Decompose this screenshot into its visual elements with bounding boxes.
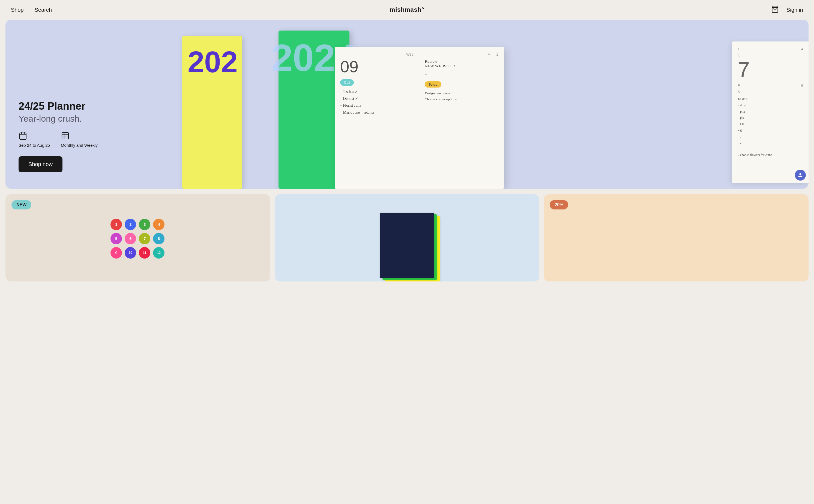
- svg-rect-5: [62, 133, 68, 139]
- meta-date-item: Sep 24 to Aug 25: [19, 131, 50, 148]
- meta-date-text: Sep 24 to Aug 25: [19, 143, 50, 148]
- notebook-stack: [377, 211, 437, 281]
- nav-right: Sign in: [771, 5, 803, 14]
- fr-num-7: 7: [738, 59, 803, 81]
- hero-subtitle: Year-long crush.: [19, 114, 98, 124]
- hero-images: 202 2024 W36 09 Call – Jessica ✓ – Denti…: [5, 20, 809, 189]
- cart-icon[interactable]: [771, 5, 779, 14]
- calendar-icon: [19, 131, 27, 141]
- week-number: W36: [340, 52, 414, 56]
- fr-f: F: [738, 83, 740, 88]
- notebooks-visual: [275, 205, 540, 281]
- meta-format-text: Monthly and Weekly: [61, 143, 98, 148]
- shop-now-button[interactable]: Shop now: [19, 156, 62, 172]
- card-notebooks[interactable]: [275, 194, 540, 281]
- nav-search[interactable]: Search: [35, 7, 52, 13]
- meta-format-item: Monthly and Weekly: [61, 131, 98, 148]
- sign-in-link[interactable]: Sign in: [786, 7, 803, 13]
- nav-left: Shop Search: [11, 7, 52, 13]
- hero-title: 24/25 Planner: [19, 100, 98, 112]
- hero-meta: Sep 24 to Aug 25 Monthly and Weekly: [19, 131, 98, 148]
- call-tag: Call: [340, 79, 354, 86]
- nav-logo: mishmash°: [390, 6, 424, 13]
- avatar-circle: [795, 170, 806, 181]
- fr-4: 4: [801, 47, 803, 51]
- day-09: 09: [340, 59, 414, 75]
- card-stickers[interactable]: NEW 1 2 3 4 5 6 7 8 9 10 11 12: [5, 194, 270, 281]
- hero-section: 202 2024 W36 09 Call – Jessica ✓ – Denti…: [5, 20, 809, 189]
- badge-new: NEW: [11, 200, 31, 209]
- todo-tag: To-do: [425, 81, 441, 88]
- fr-t: T: [738, 47, 740, 51]
- nav-shop[interactable]: Shop: [11, 7, 24, 13]
- page-right: M 2 ReviewNEW WEBSITE ! ↓ To-do Design n…: [419, 47, 504, 189]
- cards-row: NEW 1 2 3 4 5 6 7 8 9 10 11 12: [5, 194, 809, 281]
- navbar: Shop Search mishmash° Sign in: [0, 0, 814, 20]
- open-planner: W36 09 Call – Jessica ✓ – Dentist ✓ – Fl…: [335, 47, 504, 189]
- yellow-year: 202: [188, 47, 238, 77]
- badge-discount: 20%: [550, 200, 568, 209]
- fr-6: 6: [801, 83, 803, 88]
- fr-header: T 4: [738, 47, 803, 51]
- fr-day-3: 3: [738, 54, 803, 58]
- planner-yellow: 202: [182, 36, 242, 189]
- stickers-visual: 1 2 3 4 5 6 7 8 9 10 11 12: [105, 211, 170, 281]
- fr-notes: To-do > – drop – pha – pla – Lu – g – . …: [738, 96, 803, 158]
- list-icon: [61, 131, 70, 141]
- day-label-2: M 2: [425, 52, 498, 56]
- notes-left: – Jessica ✓ – Dentist ✓ – Florist Julia …: [340, 88, 414, 116]
- review-text: ReviewNEW WEBSITE !: [425, 59, 498, 68]
- page-left: W36 09 Call – Jessica ✓ – Dentist ✓ – Fl…: [335, 47, 419, 189]
- hero-content: 24/25 Planner Year-long crush. Sep 24 to…: [19, 100, 98, 172]
- card-discount[interactable]: 20%: [544, 194, 809, 281]
- planner-far-right: T 4 3 7 F 6 S To-do > – drop – pha – pla…: [732, 41, 809, 183]
- svg-rect-1: [20, 133, 26, 139]
- notes-right: Design new icons Choose colour options: [425, 90, 498, 102]
- fr-s: S: [738, 90, 803, 94]
